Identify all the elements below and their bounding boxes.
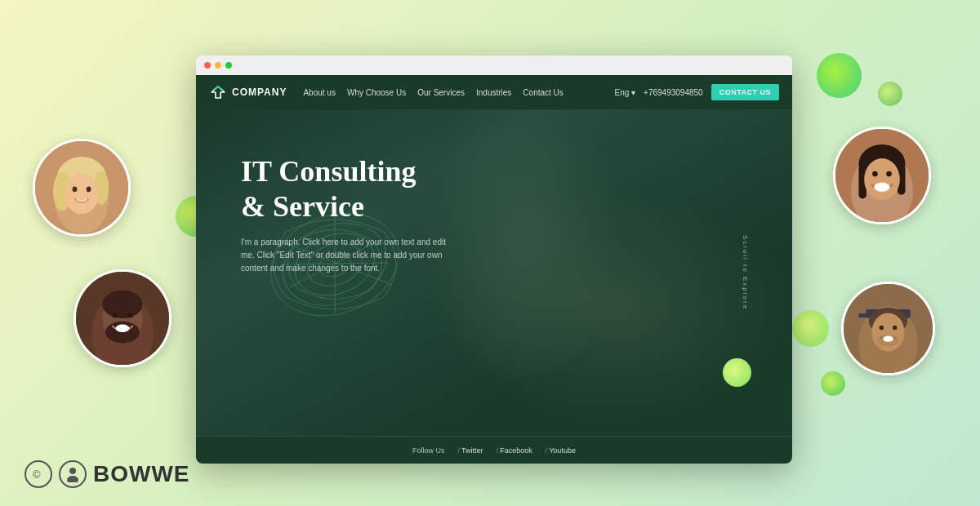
svg-point-15 [115, 325, 129, 333]
company-logo-icon [209, 85, 227, 100]
nav-link-contact[interactable]: Contact Us [523, 88, 563, 97]
hero-decorative-blob [723, 358, 751, 387]
hero-content: IT Consulting& Service I'm a paragraph. … [241, 154, 461, 275]
svg-text:©: © [33, 468, 41, 481]
phone-number: +769493094850 [644, 88, 703, 97]
facebook-link[interactable]: / Facebook [497, 446, 532, 455]
svg-point-46 [69, 468, 76, 474]
attribution-icon [59, 460, 87, 488]
svg-point-14 [127, 313, 133, 318]
svg-point-11 [102, 291, 142, 318]
nav-link-services[interactable]: Our Services [417, 88, 465, 97]
hero-title: IT Consulting& Service [241, 154, 461, 224]
svg-point-35 [883, 336, 893, 342]
avatar-bottom-left [74, 269, 172, 367]
lang-selector[interactable]: Eng ▾ [615, 88, 636, 97]
nav-links: About us Why Choose Us Our Services Indu… [303, 88, 614, 97]
cc-icon: © [24, 460, 52, 488]
decorative-blob-3 [792, 310, 829, 347]
svg-point-23 [886, 171, 892, 177]
svg-point-5 [65, 174, 99, 214]
avatar-top-right [833, 126, 931, 224]
avatar-top-left [33, 139, 131, 237]
nav-link-industries[interactable]: Industries [476, 88, 511, 97]
avatar-face [35, 141, 128, 234]
hero-subtitle: I'm a paragraph. Click here to add your … [241, 236, 461, 275]
svg-point-6 [73, 187, 78, 193]
bowwe-text: BOWWE [93, 461, 190, 487]
browser-dot-yellow[interactable] [215, 62, 221, 69]
svg-point-13 [112, 313, 118, 318]
nav-right: Eng ▾ +769493094850 CONTACT US [615, 84, 780, 100]
scroll-to-explore: Scroll to Explore [741, 235, 748, 310]
svg-point-32 [880, 326, 884, 330]
company-name: COMPANY [232, 87, 287, 98]
svg-point-21 [864, 158, 900, 200]
browser-window: COMPANY About us Why Choose Us Our Servi… [196, 55, 792, 464]
avatar-bottom-right [841, 282, 935, 375]
browser-dot-red[interactable] [204, 62, 211, 69]
decorative-blob-2 [878, 82, 902, 106]
svg-point-7 [87, 187, 91, 193]
nav-link-about[interactable]: About us [303, 88, 335, 97]
nav-link-why[interactable]: Why Choose Us [347, 88, 406, 97]
avatar-face-4 [844, 284, 933, 373]
footer-bar: Follow Us / Twitter / Facebook / Youtube [196, 436, 792, 464]
twitter-link[interactable]: / Twitter [458, 446, 483, 455]
bowwe-branding: © BOWWE [24, 460, 190, 488]
hero-section: IT Consulting& Service I'm a paragraph. … [196, 109, 792, 436]
svg-point-47 [67, 476, 78, 482]
svg-point-22 [872, 171, 878, 177]
contact-us-button[interactable]: CONTACT US [711, 84, 779, 100]
avatar-face-2 [76, 272, 169, 365]
svg-point-24 [875, 183, 890, 192]
nav-logo[interactable]: COMPANY [209, 85, 287, 100]
navbar: COMPANY About us Why Choose Us Our Servi… [196, 75, 792, 109]
browser-titlebar [196, 55, 792, 75]
decorative-blob-4 [821, 371, 845, 396]
youtube-link[interactable]: / Youtube [546, 446, 576, 455]
follow-us-label: Follow Us [412, 446, 445, 455]
decorative-blob-1 [817, 53, 862, 98]
avatar-face-3 [835, 129, 929, 222]
browser-dot-green[interactable] [225, 62, 232, 69]
svg-point-33 [893, 326, 897, 330]
